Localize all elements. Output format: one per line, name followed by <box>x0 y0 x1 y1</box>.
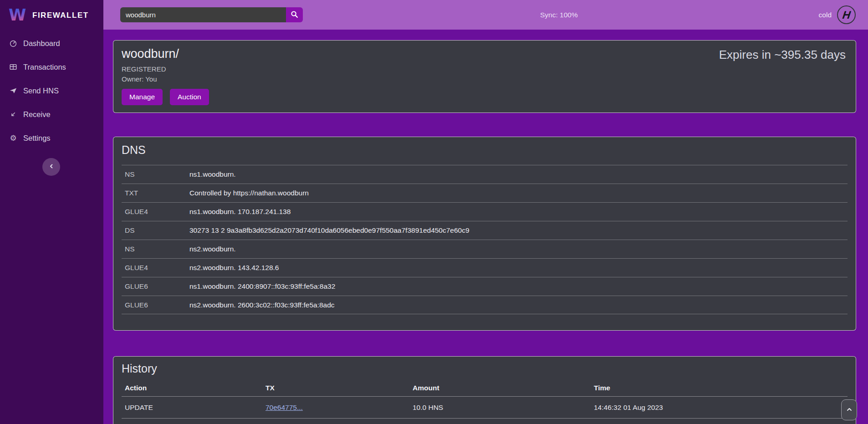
table-icon <box>9 62 18 72</box>
dns-record-type: NS <box>125 170 189 179</box>
history-header-row: Action TX Amount Time <box>122 380 848 396</box>
history-title: History <box>113 362 856 375</box>
receive-arrow-icon <box>9 110 18 119</box>
dns-record-value: ns2.woodburn. <box>189 245 236 253</box>
search-bar <box>120 7 303 22</box>
dns-title: DNS <box>113 143 856 157</box>
domain-card: woodburn/ REGISTERED Owner: You Manage A… <box>113 40 856 113</box>
history-time: 14:46:32 01 Aug 2023 <box>594 404 848 412</box>
wallet-name: cold <box>819 11 832 19</box>
column-header-time: Time <box>594 384 848 392</box>
domain-owner: Owner: You <box>122 75 848 83</box>
chevron-left-icon <box>48 163 55 171</box>
dns-record-value: ns2.woodburn. 143.42.128.6 <box>189 264 279 272</box>
history-amount: 10.0 HNS <box>413 404 594 412</box>
auction-button[interactable]: Auction <box>170 89 209 105</box>
send-icon <box>9 86 18 95</box>
dns-record-type: NS <box>125 245 189 253</box>
dns-record-type: TXT <box>125 189 189 197</box>
sidebar-item-label: Dashboard <box>23 39 60 48</box>
dns-record-type: GLUE4 <box>125 264 189 272</box>
column-header-amount: Amount <box>413 384 594 392</box>
gear-icon: ⚙ <box>9 133 18 143</box>
sidebar-item-settings[interactable]: ⚙ Settings <box>0 126 103 150</box>
search-button[interactable] <box>286 7 303 22</box>
firewallet-app: { "app": { "name": "FIREWALLET" }, "side… <box>0 0 868 424</box>
dns-card: DNS NS ns1.woodburn. TXT Controlled by h… <box>113 137 856 331</box>
logo: W FIREWALLET <box>0 0 103 25</box>
dns-record-value: 30273 13 2 9a3a8fb3d625d2a2073d740f10da6… <box>189 226 470 235</box>
sidebar-item-transactions[interactable]: Transactions <box>0 55 103 79</box>
app-title: FIREWALLET <box>32 11 89 20</box>
sidebar: W FIREWALLET Dashboard Transactions <box>0 0 103 424</box>
column-header-tx: TX <box>266 384 413 392</box>
expires-label: Expires in ~395.35 days <box>719 48 846 62</box>
dns-row: GLUE6 ns2.woodburn. 2600:3c02::f03c:93ff… <box>122 296 848 314</box>
dns-record-value: ns1.woodburn. <box>189 170 236 179</box>
dns-record-value: ns1.woodburn. 170.187.241.138 <box>189 208 291 216</box>
history-card: History Action TX Amount Time UPDATE 70e… <box>113 356 856 424</box>
tx-link[interactable]: 70e64775... <box>266 404 303 411</box>
svg-text:W: W <box>9 6 26 23</box>
manage-button[interactable]: Manage <box>122 89 163 105</box>
domain-status: REGISTERED <box>122 65 848 73</box>
history-table: Action TX Amount Time UPDATE 70e64775...… <box>122 380 848 424</box>
dns-table: NS ns1.woodburn. TXT Controlled by https… <box>122 165 848 314</box>
dns-row: GLUE4 ns2.woodburn. 143.42.128.6 <box>122 258 848 277</box>
sidebar-item-dashboard[interactable]: Dashboard <box>0 31 103 55</box>
dns-record-type: DS <box>125 226 189 235</box>
dns-row: NS ns1.woodburn. <box>122 165 848 184</box>
dns-row: NS ns2.woodburn. <box>122 240 848 258</box>
dns-record-type: GLUE4 <box>125 208 189 216</box>
sidebar-item-label: Settings <box>23 134 51 143</box>
dns-record-value: ns1.woodburn. 2400:8907::f03c:93ff:fe5a:… <box>189 282 335 291</box>
sidebar-item-label: Receive <box>23 110 51 119</box>
dns-record-type: GLUE6 <box>125 282 189 291</box>
wallet-selector[interactable]: cold H <box>819 5 856 24</box>
topbar: Sync: 100% cold H <box>103 0 868 30</box>
dns-row: GLUE6 ns1.woodburn. 2400:8907::f03c:93ff… <box>122 277 848 296</box>
sidebar-collapse-button[interactable] <box>42 158 60 176</box>
chevron-up-icon <box>846 406 853 414</box>
dns-record-value: ns2.woodburn. 2600:3c02::f03c:93ff:fe5a:… <box>189 301 335 309</box>
dns-record-type: GLUE6 <box>125 301 189 309</box>
dns-row: GLUE4 ns1.woodburn. 170.187.241.138 <box>122 202 848 221</box>
sidebar-nav: Dashboard Transactions Send HNS <box>0 31 103 150</box>
handshake-logo-icon: H <box>837 5 856 24</box>
search-input[interactable] <box>120 7 286 22</box>
search-icon <box>291 10 298 20</box>
sidebar-item-label: Transactions <box>23 63 66 72</box>
sidebar-item-label: Send HNS <box>23 87 59 95</box>
gauge-icon <box>9 39 18 48</box>
sidebar-item-receive[interactable]: Receive <box>0 102 103 126</box>
column-header-action: Action <box>125 384 266 392</box>
dns-record-value: Controlled by https://nathan.woodburn <box>189 189 309 197</box>
dns-row: TXT Controlled by https://nathan.woodbur… <box>122 184 848 202</box>
scroll-to-top-button[interactable] <box>841 399 857 420</box>
dns-row: DS 30273 13 2 9a3a8fb3d625d2a2073d740f10… <box>122 221 848 240</box>
history-row: RENEW d7b64c1... 10.0 HNS 15:47:06 07 Fe… <box>122 418 848 424</box>
sidebar-item-send-hns[interactable]: Send HNS <box>0 79 103 102</box>
firewallet-logo-icon: W <box>8 6 26 25</box>
history-row: UPDATE 70e64775... 10.0 HNS 14:46:32 01 … <box>122 396 848 418</box>
history-action: UPDATE <box>125 404 266 412</box>
sync-status: Sync: 100% <box>540 11 578 19</box>
